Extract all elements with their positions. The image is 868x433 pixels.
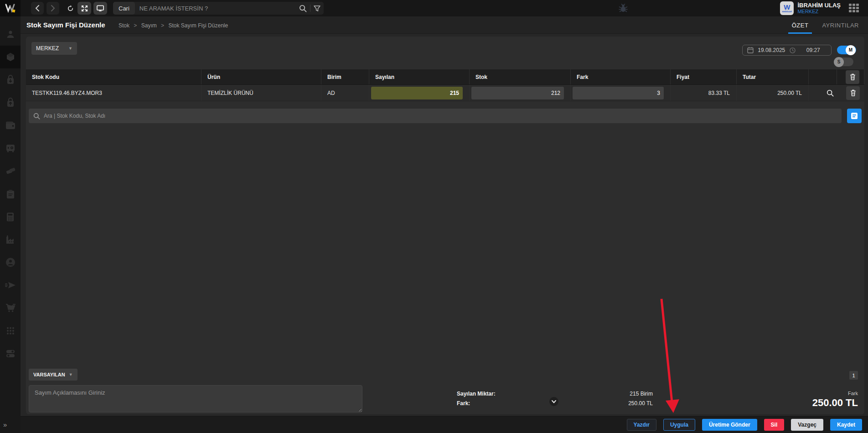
search-icon xyxy=(33,113,40,120)
toggle-s[interactable]: S xyxy=(834,57,853,66)
filter-funnel-icon xyxy=(314,5,320,12)
nav-forward-button[interactable] xyxy=(46,2,59,15)
list-type-select[interactable]: VARSAYILAN ▼ xyxy=(29,369,78,381)
expand-icon xyxy=(81,5,88,12)
col-actions xyxy=(837,69,864,84)
sayilan-input[interactable] xyxy=(371,87,463,99)
summary-value: 250.00 TL xyxy=(628,400,653,407)
count-note-textarea[interactable] xyxy=(29,385,362,412)
cari-scope-button[interactable]: Cari xyxy=(113,2,135,15)
cell-delete xyxy=(837,85,864,101)
cell-urun: TEMİZLİK ÜRÜNÜ xyxy=(202,85,321,101)
sidebar-item-calculator[interactable] xyxy=(0,205,21,228)
chevron-left-icon xyxy=(35,5,40,11)
uretime-gonder-button[interactable]: Üretime Gönder xyxy=(702,419,757,431)
page-badge: 1 xyxy=(849,371,858,380)
cell-stok-kodu: TESTKK119.46.BYZ4.MOR3 xyxy=(26,85,202,101)
sidebar-item-production[interactable] xyxy=(0,228,21,251)
tabs: ÖZET AYRINTILAR xyxy=(792,16,859,34)
clipboard-icon xyxy=(6,189,15,199)
delete-all-button[interactable] xyxy=(846,70,859,84)
sidebar-item-orders[interactable] xyxy=(0,297,21,319)
stok-input[interactable] xyxy=(471,87,564,99)
product-list-button[interactable] xyxy=(847,109,862,123)
branch-select[interactable]: MERKEZ ▼ xyxy=(31,42,77,55)
sidebar-item-count-slips[interactable] xyxy=(0,183,21,205)
sidebar-item-safe[interactable] xyxy=(0,137,21,160)
page-title: Stok Sayım Fişi Düzenle xyxy=(26,21,105,29)
debug-bug-button[interactable] xyxy=(615,4,631,13)
app-logo[interactable] xyxy=(0,0,21,16)
table-row[interactable]: TESTKK119.46.BYZ4.MOR3 TEMİZLİK ÜRÜNÜ AD… xyxy=(26,85,864,101)
user-branch: MERKEZ xyxy=(797,9,841,14)
col-stok-kodu[interactable]: Stok Kodu xyxy=(26,69,202,84)
cell-search xyxy=(809,85,837,101)
col-stok[interactable]: Stok xyxy=(470,69,571,84)
sidebar-item-modules[interactable] xyxy=(0,319,21,342)
summary-collapse-button[interactable] xyxy=(549,397,558,406)
safe-icon xyxy=(6,144,15,153)
user-name: İBRAHİM ULAŞ xyxy=(797,2,841,9)
product-search-input[interactable] xyxy=(40,113,837,119)
list-type-value: VARSAYILAN xyxy=(33,372,65,377)
sidebar-item-purchases[interactable] xyxy=(0,68,21,91)
apps-menu-button[interactable] xyxy=(849,4,860,13)
sil-button[interactable]: Sil xyxy=(764,419,785,431)
col-urun[interactable]: Ürün xyxy=(202,69,321,84)
global-search-input[interactable] xyxy=(135,5,296,12)
global-search-button[interactable] xyxy=(296,5,310,12)
col-fiyat[interactable]: Fiyat xyxy=(671,69,737,84)
summary-label: Sayılan Miktar: xyxy=(457,391,496,397)
tab-ozet[interactable]: ÖZET xyxy=(792,16,809,34)
avatar-letter: W xyxy=(784,4,790,10)
bag-arrow-down-icon xyxy=(6,75,15,85)
col-fark[interactable]: Fark xyxy=(571,69,671,84)
total-block: Fark 250.00 TL xyxy=(812,391,858,409)
total-value: 250.00 TL xyxy=(812,397,858,409)
cell-sayilan xyxy=(369,85,470,101)
nav-back-button[interactable] xyxy=(31,2,44,15)
sidebar-item-wallet[interactable] xyxy=(0,114,21,137)
chevron-down-icon: ▼ xyxy=(68,46,72,51)
row-search-button[interactable] xyxy=(823,86,837,100)
fullscreen-button[interactable] xyxy=(78,2,91,15)
sidebar-item-vouchers[interactable] xyxy=(0,160,21,183)
bag-arrow-up-icon xyxy=(6,98,15,108)
col-tutar[interactable]: Tutar xyxy=(737,69,809,84)
sidebar-item-stock[interactable] xyxy=(0,46,21,68)
chevron-right-icon xyxy=(51,5,55,11)
sidebar-item-dispatch[interactable] xyxy=(0,274,21,297)
sidebar-item-settings[interactable] xyxy=(0,342,21,365)
user-menu[interactable]: W webticari İBRAHİM ULAŞ MERKEZ xyxy=(780,1,841,15)
user-icon xyxy=(5,29,16,39)
col-birim[interactable]: Birim xyxy=(321,69,369,84)
tab-ayrintilar[interactable]: AYRINTILAR xyxy=(822,16,859,34)
breadcrumb-item[interactable]: Sayım xyxy=(141,22,157,29)
monitor-button[interactable] xyxy=(93,2,107,15)
global-search-group: Cari xyxy=(113,2,324,15)
sidebar-expand-icon[interactable]: » xyxy=(3,421,5,428)
total-label: Fark xyxy=(812,391,858,396)
uygula-button[interactable]: Uygula xyxy=(663,419,695,431)
toggle-m[interactable]: M xyxy=(837,46,856,54)
row-delete-button[interactable] xyxy=(846,86,860,100)
kaydet-button[interactable]: Kaydet xyxy=(830,419,862,431)
package-icon xyxy=(5,52,16,62)
send-icon xyxy=(5,281,16,289)
vazgec-button[interactable]: Vazgeç xyxy=(791,419,823,431)
yazdir-button[interactable]: Yazdır xyxy=(627,419,656,431)
cell-tutar: 250.00 TL xyxy=(737,85,809,101)
sidebar-item-sales[interactable] xyxy=(0,91,21,114)
breadcrumb-item[interactable]: Stok xyxy=(119,22,129,29)
sidebar-item-user[interactable] xyxy=(0,23,21,46)
content-area: MERKEZ ▼ 19.08.2025 09:27 M S Stok Kodu … xyxy=(21,34,868,416)
breadcrumb-item[interactable]: Stok Sayım Fişi Düzenle xyxy=(168,22,228,29)
col-sayilan[interactable]: Sayılan xyxy=(369,69,470,84)
fark-input[interactable] xyxy=(573,87,664,99)
search-filter-button[interactable] xyxy=(310,5,324,12)
date-value: 19.08.2025 xyxy=(754,47,790,53)
sidebar-item-customers[interactable] xyxy=(0,251,21,274)
avatar-brand: webticari xyxy=(782,10,792,13)
datetime-field[interactable]: 19.08.2025 09:27 xyxy=(742,45,832,56)
refresh-button[interactable] xyxy=(64,2,77,15)
